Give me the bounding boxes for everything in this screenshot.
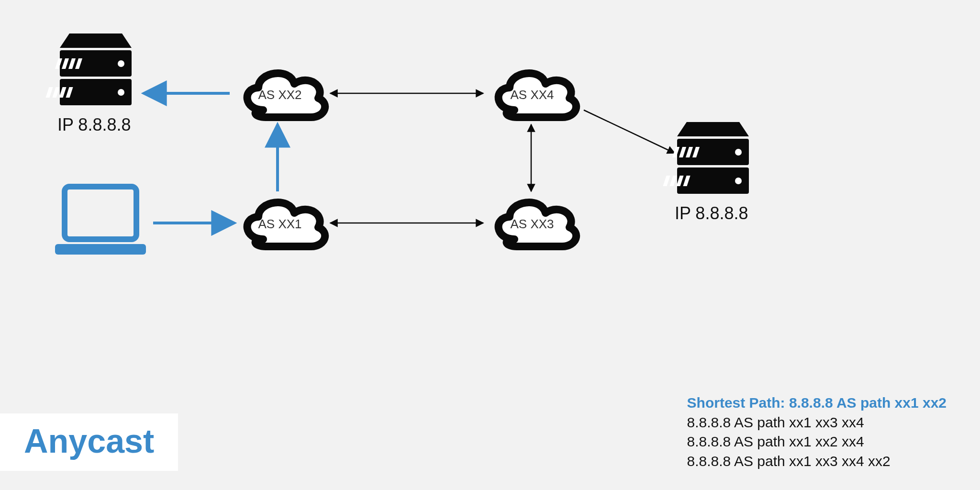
svg-point-12 bbox=[118, 89, 124, 96]
diagram-stage: AS XX2 AS XX4 AS XX1 AS XX3 IP 8.8.8.8 I… bbox=[0, 0, 980, 490]
server1-ip-label: IP 8.8.8.8 bbox=[57, 115, 131, 135]
svg-rect-21 bbox=[663, 176, 670, 186]
svg-marker-13 bbox=[677, 122, 749, 136]
svg-rect-22 bbox=[669, 176, 677, 186]
svg-rect-27 bbox=[55, 244, 146, 255]
svg-point-25 bbox=[735, 178, 742, 184]
svg-rect-26 bbox=[65, 187, 136, 239]
title-box: Anycast bbox=[0, 413, 178, 471]
server-icon-left bbox=[45, 33, 132, 105]
cloud-xx3: AS XX3 bbox=[499, 202, 577, 246]
cloud-xx3-label: AS XX3 bbox=[510, 217, 554, 231]
cloud-xx4: AS XX4 bbox=[499, 73, 577, 117]
path-list: Shortest Path: 8.8.8.8 AS path xx1 xx2 8… bbox=[687, 393, 947, 471]
path-alt: 8.8.8.8 AS path xx1 xx2 xx4 bbox=[687, 432, 947, 452]
svg-rect-8 bbox=[45, 87, 53, 98]
shortest-path: Shortest Path: 8.8.8.8 AS path xx1 xx2 bbox=[687, 393, 947, 413]
cloud-xx1: AS XX1 bbox=[247, 202, 325, 246]
laptop-icon bbox=[55, 187, 146, 255]
diagram-title: Anycast bbox=[24, 423, 154, 460]
cloud-xx1-label: AS XX1 bbox=[258, 217, 301, 231]
svg-point-20 bbox=[735, 149, 742, 156]
svg-marker-0 bbox=[60, 33, 132, 48]
path-alt: 8.8.8.8 AS path xx1 xx3 xx4 bbox=[687, 413, 947, 433]
cloud-xx4-label: AS XX4 bbox=[510, 88, 554, 102]
svg-point-7 bbox=[118, 60, 124, 67]
server2-ip-label: IP 8.8.8.8 bbox=[675, 203, 748, 223]
cloud-xx2: AS XX2 bbox=[247, 73, 325, 117]
svg-rect-9 bbox=[52, 87, 59, 98]
server-icon-right bbox=[663, 122, 749, 194]
cloud-xx2-label: AS XX2 bbox=[258, 88, 301, 102]
path-alt: 8.8.8.8 AS path xx1 xx3 xx4 xx2 bbox=[687, 452, 947, 471]
